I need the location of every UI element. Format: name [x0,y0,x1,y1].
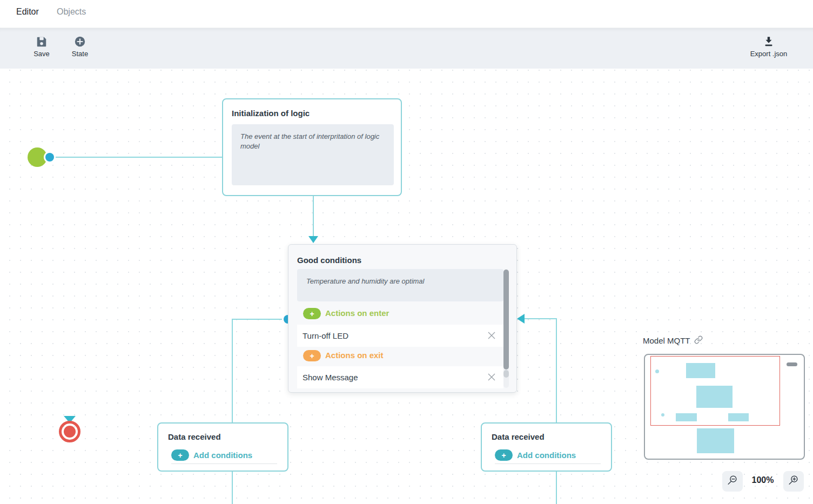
add-conditions-button[interactable]: + [495,449,513,461]
conditions-underline [171,463,277,464]
tab-objects[interactable]: Objects [57,7,86,17]
arrowhead-left-icon [517,314,525,324]
add-conditions-label[interactable]: Add conditions [517,451,576,460]
add-conditions-button[interactable]: + [171,449,189,461]
minimap-collapse-button[interactable] [787,362,797,366]
header-bar: Editor Objects [0,0,813,28]
minimap-node [697,428,734,453]
zoom-in-icon [788,474,799,488]
minimap-title-text: Model MQTT [643,336,690,345]
node-description[interactable]: The event at the start of interpritation… [232,124,394,185]
minimap-node [676,413,697,421]
minimap-node [686,363,715,378]
conditions-underline [495,463,601,464]
zoom-out-button[interactable] [722,471,743,492]
state-label: State [72,50,88,58]
minimap-start-dot [655,369,659,373]
enter-action-row[interactable]: Turn-off LED [297,325,503,347]
minimap[interactable] [644,354,805,460]
node-data-received-left[interactable]: Data received + Add conditions [157,422,288,472]
add-conditions-label[interactable]: Add conditions [193,451,252,460]
action-name: Show Message [303,373,358,382]
node-scrollbar [503,269,509,388]
add-state-button[interactable]: State [68,36,92,58]
close-icon[interactable] [487,331,496,342]
minimap-node [728,413,749,421]
save-button[interactable]: Save [30,36,53,58]
add-enter-action-button[interactable]: + [303,308,321,319]
exit-action-row[interactable]: Show Message [297,366,503,388]
toolbar: Save State Export .json [0,28,813,69]
scrollbar-thumb-end [503,370,509,378]
save-label: Save [33,50,50,58]
close-icon[interactable] [487,372,496,384]
plus-icon: + [178,452,182,459]
node-initialization[interactable]: Initialization of logic The event at the… [222,98,402,196]
scrollbar-thumb[interactable] [503,270,509,369]
logic-editor-app: Editor Objects Save State [0,0,813,504]
export-json-button[interactable]: Export .json [744,36,793,58]
end-node[interactable] [64,426,76,438]
node-title: Data received [492,432,545,441]
arrowhead-down-icon [308,236,318,243]
plus-icon: + [310,310,314,318]
action-name: Turn-off LED [303,331,348,340]
actions-on-enter-label[interactable]: Actions on enter [325,308,389,318]
tab-editor[interactable]: Editor [16,7,39,17]
node-title: Initialization of logic [232,109,310,118]
node-good-conditions[interactable]: Good conditions Temperature and humidity… [288,244,517,393]
zoom-level: 100% [749,475,776,485]
add-exit-action-button[interactable]: + [303,350,321,361]
actions-on-exit-label[interactable]: Actions on exit [325,351,384,360]
minimap-node [696,386,733,408]
start-connector-dot[interactable] [45,153,54,162]
plus-circle-icon [74,36,86,48]
editor-canvas[interactable]: Initialization of logic The event at the… [0,69,813,504]
link-icon[interactable] [694,335,703,346]
plus-icon: + [310,352,314,360]
plus-icon: + [501,452,506,459]
zoom-in-button[interactable] [783,471,804,492]
zoom-out-icon [727,474,738,488]
node-data-received-right[interactable]: Data received + Add conditions [481,422,612,472]
wire-data-right-to-good[interactable] [524,319,556,422]
node-title: Data received [168,432,221,441]
minimap-title: Model MQTT [643,335,703,346]
export-json-label: Export .json [750,50,788,58]
wire-good-to-data-left[interactable] [232,319,285,422]
minimap-end-dot [661,413,664,416]
node-title: Good conditions [297,256,361,265]
save-icon [36,36,48,48]
node-description[interactable]: Temperature and humidity are optimal [297,269,503,301]
download-icon [763,36,775,48]
